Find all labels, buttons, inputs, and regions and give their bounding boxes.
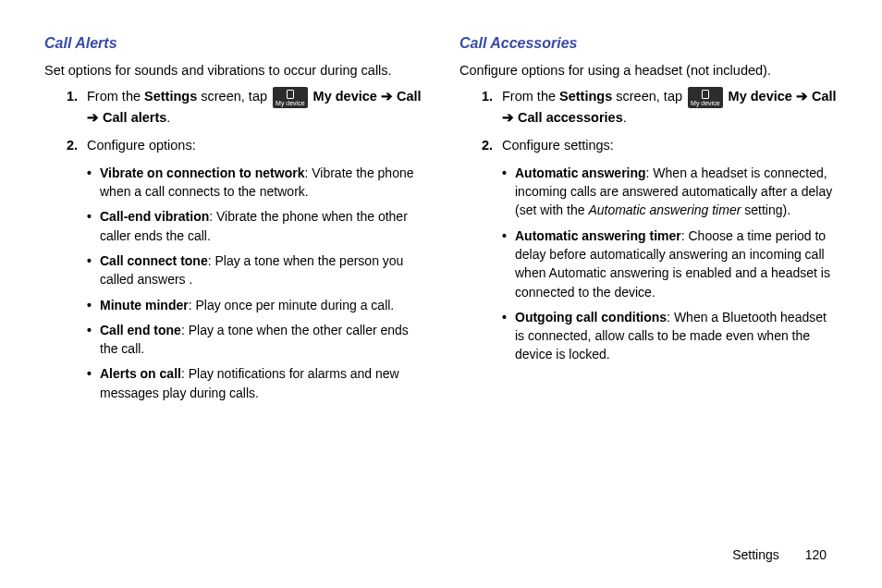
- arrow-icon: ➔: [502, 110, 514, 125]
- step-number: 2.: [67, 136, 87, 156]
- step-1: 1. From the Settings screen, tap My devi…: [482, 87, 838, 129]
- arrow-icon: ➔: [381, 90, 393, 104]
- left-column: Call Alerts Set options for sounds and v…: [44, 35, 423, 409]
- option-desc: setting).: [741, 202, 790, 217]
- arrow-icon: ➔: [796, 90, 808, 104]
- bullet-item: • Minute minder: Play once per minute du…: [87, 296, 423, 314]
- bullet-icon: •: [87, 321, 100, 359]
- bullet-text: Vibrate on connection to network: Vibrat…: [100, 164, 423, 202]
- my-device-label: My device: [310, 90, 381, 104]
- option-title: Automatic answering timer: [515, 228, 681, 243]
- my-device-label: My device: [725, 90, 796, 104]
- bullet-icon: •: [87, 207, 100, 245]
- bullet-icon: •: [87, 364, 100, 402]
- section-label: Settings: [732, 547, 779, 562]
- option-title: Automatic answering: [515, 165, 646, 180]
- option-italic: Automatic answering timer: [588, 202, 741, 217]
- text: .: [623, 110, 627, 125]
- call-label: Call: [808, 90, 837, 104]
- settings-label: Settings: [559, 90, 612, 104]
- call-accessories-intro: Configure options for using a headset (n…: [459, 61, 838, 80]
- page-footer: Settings 120: [732, 547, 827, 562]
- my-device-icon: My device: [688, 87, 723, 108]
- step-number: 2.: [482, 136, 502, 156]
- page-number: 120: [805, 547, 827, 562]
- text: From the: [502, 90, 559, 104]
- bullet-text: Minute minder: Play once per minute duri…: [100, 296, 423, 314]
- bullet-item: • Call end tone: Play a tone when the ot…: [87, 321, 423, 359]
- option-title: Call end tone: [100, 323, 181, 337]
- bullet-item: • Vibrate on connection to network: Vibr…: [87, 164, 423, 202]
- option-title: Outgoing call conditions: [515, 310, 667, 325]
- text: From the: [87, 90, 144, 104]
- bullet-item: • Call-end vibration: Vibrate the phone …: [87, 207, 423, 245]
- step-number: 1.: [67, 87, 87, 129]
- step-2: 2. Configure options:: [67, 136, 423, 156]
- bullet-icon: •: [87, 296, 100, 314]
- bullet-item: • Outgoing call conditions: When a Bluet…: [502, 308, 838, 364]
- bullet-text: Call connect tone: Play a tone when the …: [100, 251, 423, 289]
- option-title: Call connect tone: [100, 253, 208, 268]
- bullet-item: • Automatic answering timer: Choose a ti…: [502, 227, 838, 301]
- bullet-icon: •: [502, 308, 515, 364]
- bullet-item: • Alerts on call: Play notifications for…: [87, 364, 423, 402]
- bullet-text: Automatic answering timer: Choose a time…: [515, 227, 838, 301]
- step-body: From the Settings screen, tap My device …: [502, 87, 838, 129]
- option-title: Vibrate on connection to network: [100, 165, 304, 180]
- step-body: From the Settings screen, tap My device …: [87, 87, 423, 129]
- step-1: 1. From the Settings screen, tap My devi…: [67, 87, 423, 129]
- step-number: 1.: [482, 87, 502, 129]
- option-title: Call-end vibration: [100, 209, 209, 224]
- text: .: [166, 110, 170, 125]
- bullet-item: • Call connect tone: Play a tone when th…: [87, 251, 423, 289]
- option-title: Minute minder: [100, 298, 189, 312]
- bullet-icon: •: [502, 227, 515, 301]
- settings-label: Settings: [144, 90, 197, 104]
- option-desc: : Play once per minute during a call.: [189, 298, 395, 312]
- right-column: Call Accessories Configure options for u…: [459, 35, 838, 409]
- bullet-text: Call end tone: Play a tone when the othe…: [100, 321, 423, 359]
- step-body: Configure options:: [87, 136, 423, 156]
- bullet-text: Outgoing call conditions: When a Bluetoo…: [515, 308, 838, 364]
- step-body: Configure settings:: [502, 136, 838, 156]
- call-accessories-label: Call accessories: [514, 110, 623, 125]
- bullet-icon: •: [87, 164, 100, 202]
- text: screen, tap: [197, 90, 271, 104]
- arrow-icon: ➔: [87, 110, 99, 125]
- step-2: 2. Configure settings:: [482, 136, 838, 156]
- call-accessories-heading: Call Accessories: [459, 35, 838, 52]
- call-label: Call: [393, 90, 422, 104]
- call-alerts-label: Call alerts: [99, 110, 166, 125]
- text: screen, tap: [612, 90, 686, 104]
- bullet-icon: •: [502, 164, 515, 220]
- call-alerts-heading: Call Alerts: [44, 35, 423, 52]
- bullet-text: Alerts on call: Play notifications for a…: [100, 364, 423, 402]
- my-device-icon: My device: [273, 87, 308, 108]
- call-alerts-intro: Set options for sounds and vibrations to…: [44, 61, 423, 80]
- bullet-item: • Automatic answering: When a headset is…: [502, 164, 838, 220]
- bullet-text: Automatic answering: When a headset is c…: [515, 164, 838, 220]
- option-title: Alerts on call: [100, 366, 181, 381]
- bullet-text: Call-end vibration: Vibrate the phone wh…: [100, 207, 423, 245]
- bullet-icon: •: [87, 251, 100, 289]
